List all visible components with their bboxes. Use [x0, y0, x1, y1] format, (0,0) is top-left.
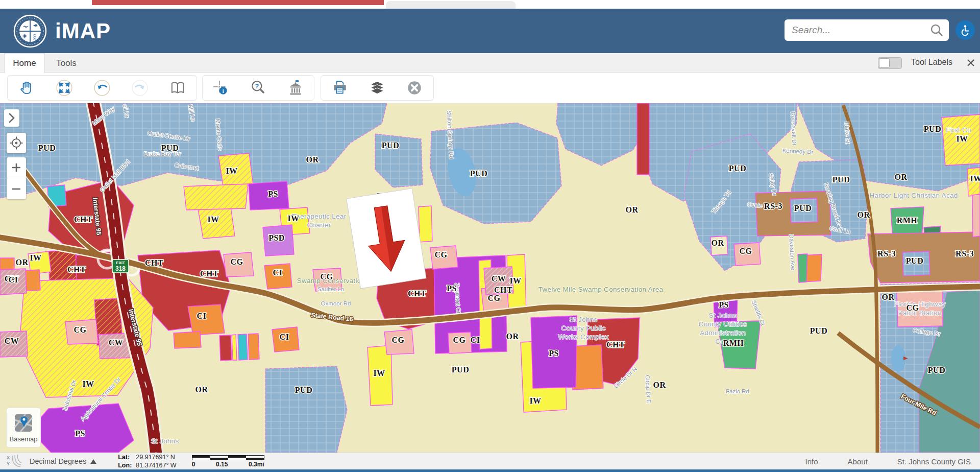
svg-text:i: i: [223, 88, 224, 94]
map-label: IW: [207, 215, 219, 224]
bookmarks-button[interactable]: [166, 77, 189, 99]
scale-bar: 0 0.15 0.3mi: [192, 455, 264, 468]
scale-mid: 0.15: [216, 461, 228, 468]
search-box: [785, 19, 949, 41]
map-label: CHT: [74, 215, 92, 224]
svg-text:?: ?: [255, 82, 259, 90]
map-label: IW: [226, 167, 237, 175]
map-label: RMH: [723, 339, 744, 347]
browser-strip-tab: [386, 1, 516, 9]
tool-labels-toggle[interactable]: [878, 57, 902, 69]
next-extent-button[interactable]: [129, 77, 151, 99]
map-label: IW: [529, 396, 541, 405]
map-label: RMH: [897, 216, 918, 225]
lon-value: 81.374167° W: [133, 462, 176, 469]
map-label: PUD: [832, 175, 850, 184]
map-label: PUD: [382, 141, 399, 150]
accessibility-button[interactable]: [955, 20, 975, 40]
map-label: CG: [906, 303, 919, 312]
coordinate-format-label: Decimal Degrees: [30, 457, 86, 465]
pan-tool-button[interactable]: [15, 77, 38, 99]
search-icon[interactable]: [929, 23, 944, 37]
lon-label: Lon:: [118, 462, 132, 469]
coordinate-format-selector[interactable]: Decimal Degrees: [30, 457, 96, 465]
menu-up-arrow-icon: [90, 459, 96, 464]
map-label: Charter: [307, 221, 331, 229]
map-label: CI: [9, 275, 18, 284]
map-label: CW: [109, 338, 124, 347]
map-label: Florida Highway: [894, 300, 945, 308]
geolocate-button[interactable]: [7, 133, 26, 153]
map-label: CG: [74, 325, 87, 334]
map-label: CI: [273, 268, 283, 277]
identify-button[interactable]: i: [210, 77, 232, 99]
map-label: CW: [492, 274, 506, 283]
map-label: OR: [882, 293, 895, 301]
map-label: Blake St: [844, 122, 851, 144]
map-label: OR: [857, 210, 870, 219]
map-label: Administration: [700, 329, 746, 337]
map-label: First Co: [946, 126, 971, 134]
layers-button[interactable]: [366, 77, 388, 99]
query-button[interactable]: ?: [247, 77, 270, 99]
map-label: RS-3: [955, 249, 974, 258]
map-label: CI: [197, 312, 207, 320]
map-label: OR: [653, 381, 666, 389]
minus-icon: [11, 184, 21, 194]
locate-crosshair-icon: [9, 136, 23, 150]
zoom-in-button[interactable]: [7, 157, 26, 178]
zoom-full-extent-button[interactable]: [53, 77, 76, 99]
tab-tools[interactable]: Tools: [47, 53, 86, 73]
map-label: PUD: [810, 326, 827, 335]
map-label: PUD: [794, 204, 812, 213]
government-building-icon: [287, 79, 304, 97]
map-label: St Johns: [570, 316, 598, 323]
close-panel-button[interactable]: [965, 57, 977, 69]
scale-end: 0.3mi: [249, 461, 264, 468]
search-question-icon: ?: [250, 79, 267, 97]
info-link[interactable]: Info: [805, 457, 818, 466]
map-label: IW: [970, 174, 980, 183]
map-label: IW: [509, 276, 521, 285]
map-label: OR: [506, 332, 519, 341]
map-label: PUD: [295, 386, 312, 394]
browser-strip-red: [92, 0, 384, 5]
layers-icon: [369, 79, 386, 97]
map-label: Patrol Station: [898, 309, 941, 317]
identify-crosshair-icon: i: [212, 79, 230, 97]
zoom-out-button[interactable]: [7, 178, 26, 199]
pan-hand-icon: [18, 79, 35, 97]
previous-extent-button[interactable]: [91, 77, 113, 99]
map-label: PUD: [928, 366, 945, 374]
toolbar: i ?: [0, 73, 980, 103]
map-label: CG: [392, 336, 405, 344]
map-label: Saulter Ln: [317, 286, 344, 292]
full-extent-icon: [56, 79, 73, 97]
map-label: County Public: [561, 324, 605, 332]
lat-value: 29.917691° N: [133, 454, 176, 461]
expand-panel-button[interactable]: [4, 109, 19, 127]
government-services-button[interactable]: [284, 77, 307, 99]
forward-arrow-icon: [131, 79, 149, 97]
clear-graphics-button[interactable]: [403, 77, 426, 99]
toolbar-group-inquiry: i ?: [202, 75, 314, 101]
close-icon: [967, 59, 975, 67]
basemap-button[interactable]: Basemap: [6, 408, 41, 447]
search-input[interactable]: [792, 25, 929, 36]
clear-x-icon: [406, 79, 423, 97]
status-bar: X Y Decimal Degrees Lat:29.917691° N Lon…: [0, 453, 980, 472]
map-canvas[interactable]: EXIT 318 Mars Wayell DrMill LnOutlet Cen…: [0, 103, 980, 453]
print-button[interactable]: [329, 77, 351, 99]
map-label: St Johns: [151, 437, 179, 445]
tab-home[interactable]: Home: [4, 53, 45, 73]
map-label: PUD: [906, 256, 923, 265]
map-label: CG: [321, 272, 333, 281]
plus-icon: [11, 162, 21, 173]
map-label: CG: [488, 294, 501, 302]
about-link[interactable]: About: [848, 457, 868, 466]
map-label: IW: [956, 134, 968, 143]
map-label: PUD: [470, 169, 487, 178]
scale-start: 0: [192, 461, 195, 468]
location-marker: [347, 188, 426, 289]
map-label: PUD: [452, 365, 469, 374]
